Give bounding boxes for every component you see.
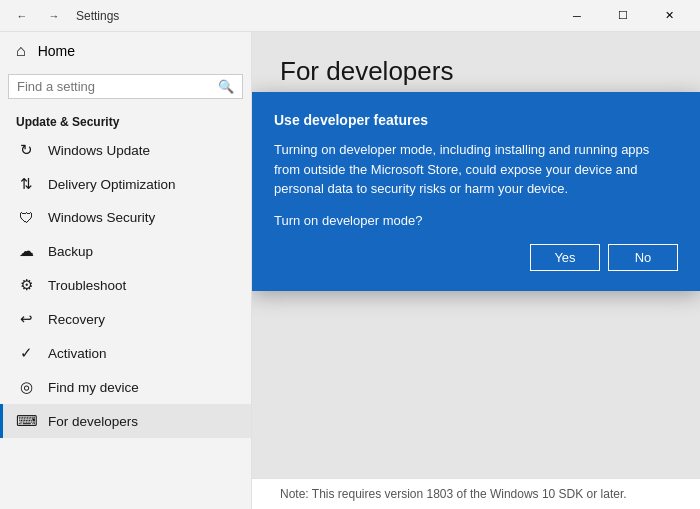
yes-button[interactable]: Yes: [530, 244, 600, 271]
sidebar-item-label: Windows Update: [48, 143, 150, 158]
find-my-device-icon: ◎: [16, 378, 36, 396]
nav-controls: ← →: [8, 5, 68, 27]
sidebar-item-delivery-optimization[interactable]: ⇅ Delivery Optimization: [0, 167, 251, 201]
windows-update-icon: ↻: [16, 141, 36, 159]
delivery-optimization-icon: ⇅: [16, 175, 36, 193]
sidebar-item-windows-update[interactable]: ↻ Windows Update: [0, 133, 251, 167]
sidebar-item-label: Delivery Optimization: [48, 177, 176, 192]
sidebar-item-home[interactable]: ⌂ Home: [0, 32, 251, 70]
backup-icon: ☁: [16, 242, 36, 260]
dialog-body: Turning on developer mode, including ins…: [274, 140, 678, 199]
window-title: Settings: [76, 9, 554, 23]
minimize-button[interactable]: ─: [554, 0, 600, 32]
for-developers-icon: ⌨: [16, 412, 36, 430]
use-developer-features-dialog: Use developer features Turning on develo…: [252, 92, 700, 291]
troubleshoot-icon: ⚙: [16, 276, 36, 294]
sidebar-item-windows-security[interactable]: 🛡 Windows Security: [0, 201, 251, 234]
sidebar: ⌂ Home 🔍 Update & Security ↻ Windows Upd…: [0, 32, 252, 509]
sidebar-item-label: Recovery: [48, 312, 105, 327]
sidebar-item-label: Windows Security: [48, 210, 155, 225]
main-layout: ⌂ Home 🔍 Update & Security ↻ Windows Upd…: [0, 32, 700, 509]
close-button[interactable]: ✕: [646, 0, 692, 32]
sidebar-item-label: For developers: [48, 414, 138, 429]
dialog-buttons: Yes No: [274, 244, 678, 271]
no-button[interactable]: No: [608, 244, 678, 271]
windows-security-icon: 🛡: [16, 209, 36, 226]
search-icon: 🔍: [218, 79, 234, 94]
search-input[interactable]: [17, 79, 218, 94]
content-area: For developers These settings are intend…: [252, 32, 700, 509]
home-label: Home: [38, 43, 75, 59]
sidebar-item-for-developers[interactable]: ⌨ For developers: [0, 404, 251, 438]
sidebar-item-label: Backup: [48, 244, 93, 259]
sidebar-item-label: Troubleshoot: [48, 278, 126, 293]
sidebar-item-label: Activation: [48, 346, 107, 361]
sidebar-item-backup[interactable]: ☁ Backup: [0, 234, 251, 268]
dialog-overlay: Use developer features Turning on develo…: [252, 32, 700, 478]
search-box[interactable]: 🔍: [8, 74, 243, 99]
titlebar: ← → Settings ─ ☐ ✕: [0, 0, 700, 32]
sidebar-item-find-my-device[interactable]: ◎ Find my device: [0, 370, 251, 404]
maximize-button[interactable]: ☐: [600, 0, 646, 32]
sidebar-section-title: Update & Security: [0, 107, 251, 133]
sidebar-item-troubleshoot[interactable]: ⚙ Troubleshoot: [0, 268, 251, 302]
dialog-question: Turn on developer mode?: [274, 213, 678, 228]
forward-button[interactable]: →: [40, 5, 68, 27]
activation-icon: ✓: [16, 344, 36, 362]
back-button[interactable]: ←: [8, 5, 36, 27]
dialog-title: Use developer features: [274, 112, 678, 128]
bottom-note: Note: This requires version 1803 of the …: [252, 478, 700, 509]
sidebar-item-recovery[interactable]: ↩ Recovery: [0, 302, 251, 336]
recovery-icon: ↩: [16, 310, 36, 328]
sidebar-item-activation[interactable]: ✓ Activation: [0, 336, 251, 370]
home-icon: ⌂: [16, 42, 26, 60]
content-panel: For developers These settings are intend…: [252, 32, 700, 478]
window-controls: ─ ☐ ✕: [554, 0, 692, 32]
sidebar-item-label: Find my device: [48, 380, 139, 395]
